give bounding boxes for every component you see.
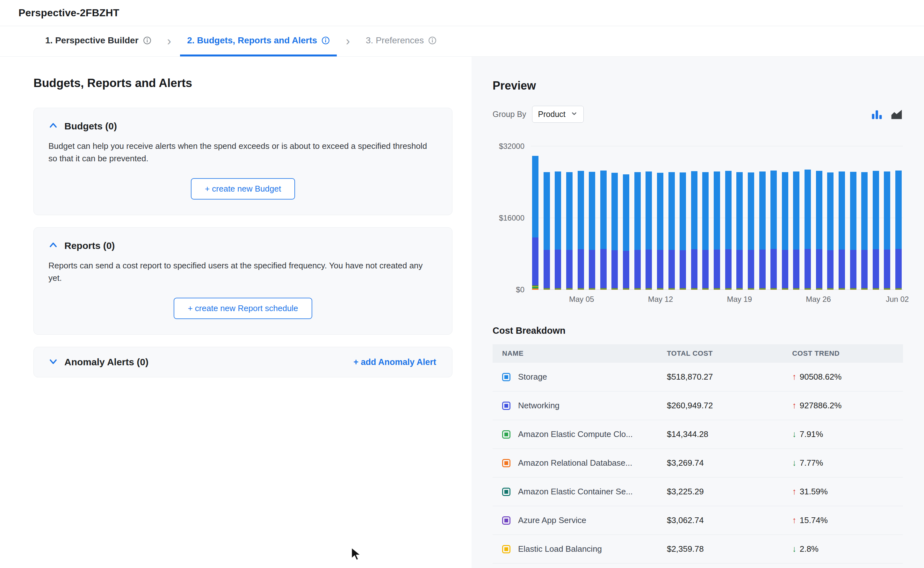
stacked-bar — [657, 173, 663, 290]
series-color-swatch — [502, 430, 510, 439]
bar-segment — [600, 171, 607, 249]
bar-segment — [657, 250, 663, 288]
trend-down-icon: ↓ — [792, 429, 797, 439]
table-row: Amazon Relational Database...$3,269.74↓7… — [493, 449, 903, 477]
bar-segment — [578, 249, 584, 288]
bar-segment — [555, 171, 561, 249]
series-color-swatch — [502, 517, 510, 525]
budgets-card-title: Budgets (0) — [64, 121, 117, 131]
bar-segment — [805, 249, 811, 288]
row-total-cost: $3,269.74 — [665, 458, 792, 468]
chevron-right-icon: › — [337, 26, 359, 56]
row-cost-trend: 2.8% — [800, 544, 818, 554]
app-header: Perspective-2FBZHT — [0, 0, 924, 26]
budgets-card-header[interactable]: Budgets (0) — [48, 121, 437, 131]
bar-segment — [895, 171, 902, 249]
info-icon[interactable] — [321, 36, 330, 45]
stacked-bar — [623, 174, 629, 290]
chart-bars — [532, 140, 902, 290]
y-tick-label: $32000 — [499, 142, 525, 151]
chart-y-axis: $0$16000$32000 — [493, 140, 531, 290]
stacked-bar — [532, 156, 538, 290]
table-row: Elastic Load Balancing$2,359.78↓2.8% — [493, 535, 903, 563]
stacked-bar — [759, 171, 766, 290]
stacked-bar — [770, 171, 777, 290]
bar-segment — [714, 171, 720, 249]
chevron-up-icon — [48, 121, 58, 131]
bar-segment — [884, 171, 890, 249]
create-budget-button[interactable]: + create new Budget — [191, 178, 295, 199]
row-total-cost: $260,949.72 — [665, 401, 792, 411]
section-heading: Budgets, Reports and Alerts — [33, 77, 472, 90]
anomaly-card-header[interactable]: Anomaly Alerts (0) — [48, 357, 148, 367]
series-color-swatch — [502, 459, 510, 467]
bar-segment — [600, 249, 607, 288]
step-preferences[interactable]: 3. Preferences — [359, 26, 443, 56]
step-label: 3. Preferences — [366, 35, 424, 45]
group-by-select[interactable]: Product — [532, 106, 584, 123]
x-tick-label: May 26 — [806, 295, 831, 304]
header-name: NAME — [493, 349, 665, 358]
stacked-bar — [566, 172, 573, 290]
table-row: Azure App Service$3,062.74↑15.74% — [493, 506, 903, 535]
row-name: Amazon Elastic Compute Clo... — [518, 429, 633, 439]
bar-segment — [544, 172, 550, 249]
trend-up-icon: ↑ — [792, 372, 797, 382]
bar-segment — [793, 171, 799, 249]
bar-segment — [736, 172, 743, 250]
series-color-swatch — [502, 545, 510, 553]
bar-chart-icon[interactable] — [870, 108, 883, 121]
preview-toolbar: Group By Product — [493, 106, 903, 123]
bar-segment — [714, 249, 720, 288]
bar-segment — [736, 250, 743, 288]
reports-card-header[interactable]: Reports (0) — [48, 240, 437, 251]
step-budgets-reports-alerts[interactable]: 2. Budgets, Reports and Alerts — [180, 26, 337, 56]
bar-segment — [691, 171, 698, 249]
trend-up-icon: ↑ — [792, 487, 797, 497]
bar-segment — [645, 249, 652, 288]
trend-up-icon: ↑ — [792, 515, 797, 525]
bar-segment — [816, 171, 822, 249]
builder-section: Budgets, Reports and Alerts Budgets (0) … — [0, 57, 472, 568]
row-cost-trend: 7.77% — [800, 458, 823, 468]
budgets-card: Budgets (0) Budget can help you receive … — [33, 108, 452, 215]
bar-segment — [861, 250, 868, 288]
bar-segment — [578, 171, 584, 249]
anomaly-card-title: Anomaly Alerts (0) — [64, 357, 148, 367]
bar-segment — [759, 171, 766, 249]
row-cost-trend: 15.74% — [800, 515, 828, 525]
info-icon[interactable] — [143, 36, 151, 45]
y-tick-label: $16000 — [499, 213, 525, 222]
cost-table-body: Storage$518,870.27↑90508.62%Networking$2… — [493, 363, 903, 563]
create-report-schedule-button[interactable]: + create new Report schedule — [173, 298, 312, 319]
table-row: Storage$518,870.27↑90508.62% — [493, 363, 903, 391]
stacked-bar — [589, 172, 595, 290]
step-nav: 1. Perspective Builder › 2. Budgets, Rep… — [0, 26, 924, 57]
bar-segment — [566, 172, 573, 250]
table-row: Amazon Elastic Compute Clo...$14,344.28↓… — [493, 420, 903, 449]
step-perspective-builder[interactable]: 1. Perspective Builder — [38, 26, 158, 56]
chevron-right-icon: › — [158, 26, 180, 56]
x-tick-label: May 05 — [569, 295, 594, 304]
area-chart-icon[interactable] — [890, 108, 903, 121]
bar-segment — [873, 171, 879, 249]
bar-segment — [895, 249, 902, 288]
stacked-bar — [736, 172, 743, 290]
chevron-up-icon — [48, 240, 58, 251]
trend-down-icon: ↓ — [792, 544, 797, 554]
bar-segment — [623, 174, 629, 251]
stacked-bar — [668, 172, 675, 290]
page-title: Perspective-2FBZHT — [18, 7, 119, 19]
bar-segment — [612, 173, 618, 250]
row-name: Storage — [518, 372, 547, 382]
add-anomaly-alert-button[interactable]: + add Anomaly Alert — [352, 357, 437, 367]
table-row: Amazon Elastic Container Se...$3,225.29↑… — [493, 477, 903, 506]
row-total-cost: $3,062.74 — [665, 515, 792, 525]
series-color-swatch — [502, 488, 510, 496]
bar-segment — [782, 172, 788, 250]
row-name: Elastic Load Balancing — [518, 544, 602, 554]
group-by-value: Product — [538, 110, 565, 119]
info-icon[interactable] — [428, 36, 437, 45]
bar-segment — [839, 171, 845, 249]
bar-segment — [680, 250, 686, 288]
